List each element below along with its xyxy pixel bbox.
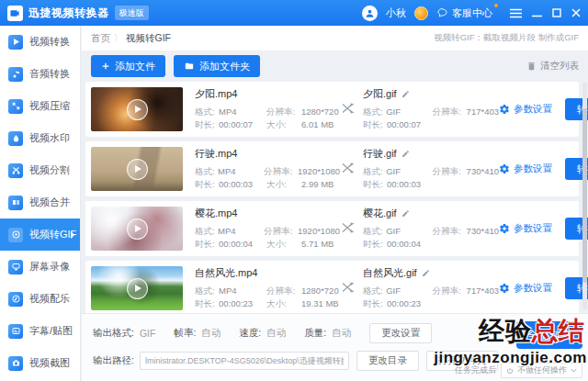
breadcrumb-separator: 〉 xyxy=(114,32,122,44)
quality-label: 质量: xyxy=(304,327,326,340)
file-row: 自然风光.mp4 格式:MP4分辨率:1280*720 时长:00:00:23大… xyxy=(85,261,579,313)
target-info: 自然风光.gif 格式:GIF分辨率:717*403 时长:00:00:23 xyxy=(363,266,499,311)
speed-value: 自动 xyxy=(266,327,286,340)
scrollbar-thumb[interactable] xyxy=(582,108,587,283)
play-overlay-icon[interactable] xyxy=(91,266,183,310)
add-file-button[interactable]: 添加文件 xyxy=(91,55,165,77)
rename-pencil-icon[interactable] xyxy=(401,90,410,98)
speed-label: 速度: xyxy=(239,327,261,340)
output-format-value: GIF xyxy=(140,328,156,339)
rename-pencil-icon[interactable] xyxy=(401,150,410,158)
sidebar-item-video-split[interactable]: 视频分割 xyxy=(0,154,80,186)
page-hint: 视频转GIF：截取视频片段 制作成GIF xyxy=(434,32,579,44)
output-path-label: 输出路径: xyxy=(93,354,134,367)
menu-icon[interactable] xyxy=(510,8,522,18)
change-settings-button[interactable]: 更改设置 xyxy=(369,323,432,343)
play-overlay-icon[interactable] xyxy=(91,207,183,251)
clear-list-button[interactable]: 清空列表 xyxy=(526,60,579,73)
breadcrumb-home[interactable]: 首页 xyxy=(91,32,110,45)
vip-coin-icon[interactable] xyxy=(414,6,428,20)
change-directory-button[interactable]: 更改目录 xyxy=(356,351,419,371)
target-filename: 自然风光.gif xyxy=(363,266,417,280)
file-row: 行驶.mp4 格式:MP4分辨率:1920*1080 时长:00:00:03大小… xyxy=(85,141,579,196)
power-icon xyxy=(506,367,514,375)
breadcrumb: 首页 〉 视频转GIF 视频转GIF：截取视频片段 制作成GIF xyxy=(82,26,588,51)
customer-service-button[interactable]: 客服中心 xyxy=(436,6,492,20)
transfer-arrows-icon xyxy=(342,220,355,237)
gear-icon xyxy=(499,283,510,294)
target-info: 夕阳.gif 格式:GIF分辨率:717*403 时长:00:00:07 xyxy=(363,87,499,132)
video-snapshot-icon xyxy=(8,356,23,371)
target-filename: 樱花.gif xyxy=(363,207,397,220)
add-folder-button[interactable]: 添加文件夹 xyxy=(174,55,260,77)
source-filename: 樱花.mp4 xyxy=(195,207,340,220)
target-filename: 行驶.gif xyxy=(363,147,397,161)
sidebar-item-screen-record[interactable]: 屏幕录像 xyxy=(0,251,80,283)
source-filename: 自然风光.mp4 xyxy=(195,266,340,280)
video-thumbnail[interactable] xyxy=(91,207,183,251)
transfer-arrows-icon xyxy=(342,101,355,118)
play-overlay-icon[interactable] xyxy=(91,87,183,131)
folder-icon xyxy=(184,62,195,71)
edition-badge: 极速版 xyxy=(115,6,149,20)
fps-value: 自动 xyxy=(201,327,220,340)
sidebar-item-audio-convert[interactable]: 音频转换 xyxy=(0,58,80,90)
sidebar-item-video-to-gif[interactable]: 视频转GIF xyxy=(0,219,80,251)
video-merge-icon xyxy=(8,196,23,210)
file-row: 夕阳.mp4 格式:MP4分辨率:1280*720 时长:00:00:07大小:… xyxy=(85,82,579,137)
close-button[interactable] xyxy=(571,8,581,17)
sidebar-item-video-soundtrack[interactable]: 视频配乐 xyxy=(0,283,80,315)
sidebar-item-video-merge[interactable]: 视频合并 xyxy=(0,186,80,219)
source-info: 行驶.mp4 格式:MP4分辨率:1920*1080 时长:00:00:03大小… xyxy=(195,147,340,192)
gear-icon xyxy=(499,163,510,174)
sidebar-item-video-convert[interactable]: 视频转换 xyxy=(0,26,80,58)
user-avatar[interactable] xyxy=(362,6,378,21)
source-filename: 行驶.mp4 xyxy=(195,147,340,161)
parameter-settings-button[interactable]: 参数设置 xyxy=(499,222,552,235)
video-compress-icon xyxy=(8,99,23,114)
maximize-button[interactable] xyxy=(552,8,561,17)
username-label[interactable]: 小秋 xyxy=(386,6,406,20)
transfer-arrows-icon xyxy=(342,280,355,297)
screen-record-icon xyxy=(8,260,23,275)
scrollbar[interactable] xyxy=(582,83,587,309)
gear-icon xyxy=(499,223,510,234)
source-info: 樱花.mp4 格式:MP4分辨率:1920*1080 时长:00:00:04大小… xyxy=(195,207,340,252)
chat-bubble-icon xyxy=(436,7,448,18)
quality-value: 自动 xyxy=(332,327,351,340)
parameter-settings-button[interactable]: 参数设置 xyxy=(499,103,552,116)
sidebar-item-subtitle-sticker[interactable]: 字幕/贴图 xyxy=(0,315,80,347)
file-row: 樱花.mp4 格式:MP4分辨率:1920*1080 时长:00:00:04大小… xyxy=(85,201,579,256)
output-path-input[interactable] xyxy=(140,352,349,370)
file-list: 夕阳.mp4 格式:MP4分辨率:1280*720 时长:00:00:07大小:… xyxy=(82,81,588,313)
sidebar-item-video-snapshot[interactable]: 视频截图 xyxy=(0,347,80,379)
active-arrow-icon xyxy=(71,231,74,239)
sidebar-item-video-watermark[interactable]: 视频水印 xyxy=(0,122,80,154)
video-watermark-icon xyxy=(8,131,23,146)
video-thumbnail[interactable] xyxy=(91,147,183,191)
video-to-gif-icon xyxy=(8,228,23,242)
notification-dot xyxy=(494,4,498,7)
parameter-settings-button[interactable]: 参数设置 xyxy=(499,282,552,295)
target-filename: 夕阳.gif xyxy=(363,87,397,101)
gear-icon xyxy=(499,104,510,115)
video-thumbnail[interactable] xyxy=(91,87,183,131)
rename-pencil-icon[interactable] xyxy=(422,269,430,277)
parameter-settings-button[interactable]: 参数设置 xyxy=(499,162,552,175)
rename-pencil-icon[interactable] xyxy=(401,209,410,218)
video-thumbnail[interactable] xyxy=(91,266,183,310)
customer-service-label: 客服中心 xyxy=(452,6,492,20)
minimize-button[interactable] xyxy=(532,8,542,18)
plus-icon xyxy=(101,62,110,71)
video-convert-icon xyxy=(8,35,23,50)
sidebar: 视频转换 音频转换 视频压缩 视频水印 视频分割 视频合并 视频转GIF 屏幕录… xyxy=(0,26,81,381)
video-split-icon xyxy=(8,163,23,178)
titlebar: 迅捷视频转换器 极速版 小秋 客服中心 xyxy=(0,0,588,26)
breadcrumb-current: 视频转GIF xyxy=(126,32,171,45)
app-logo-icon xyxy=(7,6,23,21)
sidebar-item-video-compress[interactable]: 视频压缩 xyxy=(0,90,80,122)
watermark-title: 经验总结 xyxy=(479,319,585,344)
watermark-url: jingyanzongjie.com xyxy=(434,349,587,367)
app-title: 迅捷视频转换器 xyxy=(28,6,109,21)
play-overlay-icon[interactable] xyxy=(91,147,183,191)
